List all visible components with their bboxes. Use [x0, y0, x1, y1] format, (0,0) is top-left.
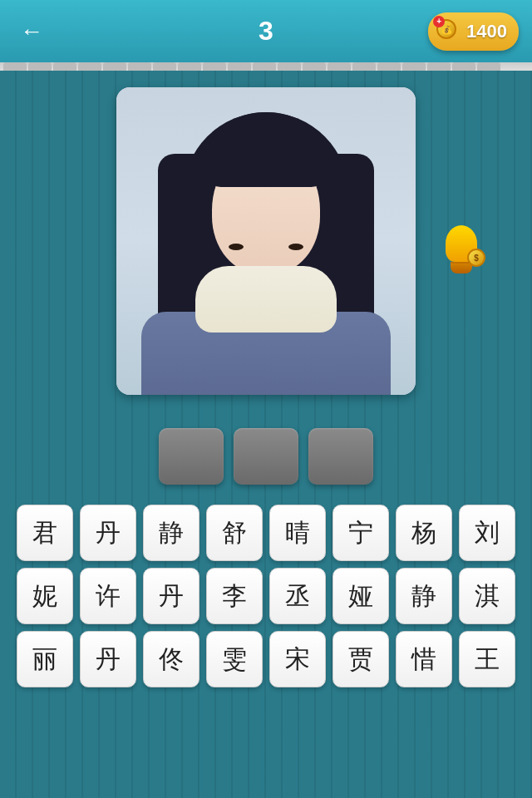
divider-tab: [352, 62, 376, 71]
divider-tab: [228, 62, 251, 71]
divider-tab: [3, 62, 27, 71]
photo-container: [116, 87, 416, 395]
char-btn-1-1[interactable]: 许: [80, 568, 136, 624]
hint-lightbulb-icon: $: [446, 225, 477, 273]
level-number: 3: [259, 16, 273, 47]
header: ← 3 💰 + 1400: [0, 0, 532, 62]
coin-count: 1400: [466, 21, 507, 42]
photo-hint-wrapper: $: [17, 87, 515, 411]
divider-tab: [78, 62, 101, 71]
photo-background: [116, 87, 416, 395]
divider-tab: [278, 62, 301, 71]
hair-inner: [209, 112, 323, 187]
char-btn-0-2[interactable]: 静: [143, 505, 200, 561]
char-btn-1-3[interactable]: 李: [206, 568, 263, 624]
plus-badge: +: [433, 16, 445, 27]
coin-icon-wrapper: 💰 +: [436, 19, 461, 44]
divider-tab: [402, 62, 426, 71]
divider-tab: [103, 62, 126, 71]
answer-box-3[interactable]: [308, 428, 373, 485]
divider-tab: [253, 62, 276, 71]
right-eye: [288, 244, 303, 250]
char-btn-0-6[interactable]: 杨: [396, 505, 452, 561]
char-btn-0-3[interactable]: 舒: [206, 505, 263, 561]
answer-boxes: [159, 428, 373, 485]
char-btn-2-2[interactable]: 佟: [143, 631, 200, 687]
divider-tab: [303, 62, 326, 71]
char-btn-2-7[interactable]: 王: [459, 631, 515, 687]
scarf: [195, 266, 337, 332]
char-btn-0-5[interactable]: 宁: [332, 505, 389, 561]
char-btn-2-5[interactable]: 贾: [332, 631, 389, 687]
divider-tab: [128, 62, 151, 71]
divider-tab: [203, 62, 226, 71]
char-btn-2-6[interactable]: 惜: [396, 631, 452, 687]
char-btn-1-0[interactable]: 妮: [17, 568, 73, 624]
char-btn-1-6[interactable]: 静: [396, 568, 452, 624]
char-btn-1-5[interactable]: 娅: [332, 568, 389, 624]
eyes: [229, 244, 303, 250]
char-row-1: 妮许丹李丞娅静淇: [8, 568, 524, 624]
char-btn-2-4[interactable]: 宋: [269, 631, 326, 687]
char-btn-2-3[interactable]: 雯: [206, 631, 263, 687]
divider: [0, 62, 532, 71]
left-eye: [229, 244, 244, 250]
main-content: $ 君丹静舒晴宁杨刘妮许丹李丞娅静淇丽丹佟雯宋贾惜王: [0, 71, 532, 704]
divider-tab: [377, 62, 401, 71]
answer-box-1[interactable]: [159, 428, 224, 485]
char-btn-0-4[interactable]: 晴: [269, 505, 326, 561]
char-btn-0-1[interactable]: 丹: [80, 505, 136, 561]
divider-tab: [28, 62, 52, 71]
char-btn-0-0[interactable]: 君: [17, 505, 73, 561]
bulb-top: $: [446, 225, 477, 262]
divider-tab: [328, 62, 351, 71]
divider-tab: [153, 62, 176, 71]
back-button[interactable]: ←: [13, 13, 50, 50]
hint-coin-badge: $: [467, 249, 485, 267]
divider-tab: [477, 62, 500, 71]
answer-box-2[interactable]: [234, 428, 298, 485]
divider-tab: [178, 62, 201, 71]
char-btn-1-2[interactable]: 丹: [143, 568, 200, 624]
back-arrow-icon: ←: [20, 18, 43, 45]
divider-tab: [427, 62, 451, 71]
divider-tab: [452, 62, 475, 71]
char-grid: 君丹静舒晴宁杨刘妮许丹李丞娅静淇丽丹佟雯宋贾惜王: [8, 505, 524, 687]
char-btn-1-4[interactable]: 丞: [269, 568, 326, 624]
coin-button[interactable]: 💰 + 1400: [428, 12, 519, 51]
char-row-0: 君丹静舒晴宁杨刘: [8, 505, 524, 561]
char-row-2: 丽丹佟雯宋贾惜王: [8, 631, 524, 687]
char-btn-0-7[interactable]: 刘: [459, 505, 515, 561]
hint-button[interactable]: $: [432, 220, 490, 278]
char-btn-2-1[interactable]: 丹: [80, 631, 136, 687]
divider-tab: [53, 62, 76, 71]
char-btn-1-7[interactable]: 淇: [459, 568, 515, 624]
char-btn-2-0[interactable]: 丽: [17, 631, 73, 687]
